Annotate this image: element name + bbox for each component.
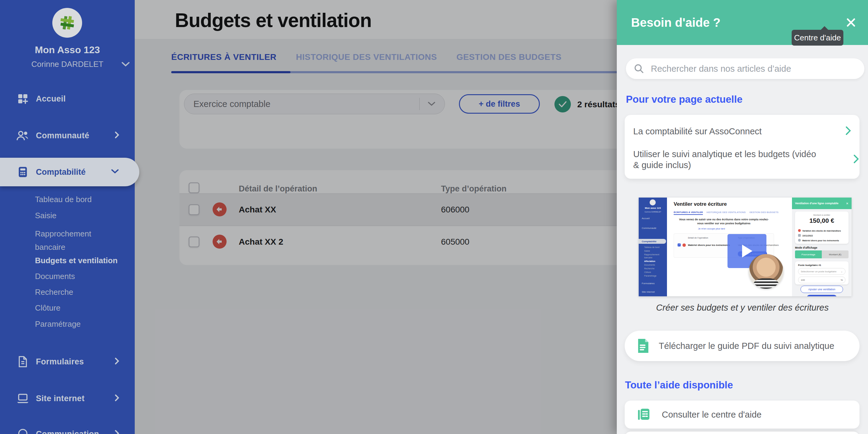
people-icon [16, 129, 30, 142]
help-links-card: La comptabilité sur AssoConnect Utiliser… [625, 115, 860, 179]
sidebar-item-label: Communauté [36, 131, 89, 140]
help-search-input[interactable] [651, 64, 857, 74]
video-mini-title: Ventiler votre écriture [674, 201, 727, 207]
sidebar-item-communication[interactable]: Communication [0, 425, 135, 434]
help-video-thumbnail[interactable]: Mon asso 123 Corinne DARDELET Accueil Co… [639, 198, 851, 296]
chat-icon [16, 427, 30, 434]
sidebar-item-formulaires[interactable]: Formulaires [0, 353, 135, 371]
sidebar-item-label: Formulaires [36, 357, 84, 367]
chevron-down-icon [111, 169, 119, 175]
help-center-icon [637, 407, 651, 422]
chevron-right-icon [845, 126, 851, 137]
sidebar-subitem-cloture[interactable]: Clôture [35, 303, 61, 313]
sidebar-subitem-tableau-de-bord[interactable]: Tableau de bord [35, 195, 92, 204]
help-link[interactable]: Utiliser le suivi analytique et les budg… [633, 148, 822, 171]
sidebar-subitem-documents[interactable]: Documents [35, 272, 75, 281]
close-help-panel-button[interactable] [842, 14, 860, 31]
user-name[interactable]: Corinne DARDELET [0, 60, 135, 69]
app-window: Mon Asso 123 Corinne DARDELET Accueil [0, 0, 868, 434]
help-link[interactable]: La comptabilité sur AssoConnect [633, 122, 841, 140]
section-heading-all-help: Toute l’aide disponible [625, 379, 733, 391]
sidebar-item-label: Accueil [36, 94, 66, 104]
chevron-right-icon [114, 394, 120, 403]
help-search[interactable] [626, 58, 864, 79]
video-mini-sidebar: Mon asso 123 Corinne DARDELET Accueil Co… [639, 198, 667, 296]
help-card-partial[interactable] [625, 432, 860, 434]
document-icon [16, 355, 30, 369]
user-chevron-down-icon[interactable] [121, 61, 130, 68]
sidebar-item-communaute[interactable]: Communauté [0, 127, 135, 145]
video-caption: Créer ses budgets et y ventiler des écri… [617, 303, 868, 313]
help-panel: Besoin d'aide ? Centre d'aide Pour votre… [617, 0, 868, 434]
video-mini-user: Corinne DARDELET [639, 211, 667, 213]
org-logo[interactable] [52, 8, 82, 38]
sidebar-item-label: Comptabilité [36, 167, 86, 177]
sidebar-item-label: Site internet [36, 394, 85, 403]
sidebar-subitem-recherche[interactable]: Recherche [35, 288, 73, 297]
sidebar-subitem-saisie[interactable]: Saisie [35, 211, 57, 220]
download-pdf-button[interactable]: Télécharger le guide PDF du suivi analyt… [625, 331, 860, 361]
assoconnect-logo-icon [58, 14, 76, 32]
sidebar-subitem-parametrage[interactable]: Paramétrage [35, 320, 81, 329]
video-mini-checkbox: ✓ [678, 243, 681, 246]
video-mini-close-icon: ✕ [846, 202, 848, 205]
pdf-file-icon [637, 338, 650, 354]
video-mini-link: Je m'en occupe plus tard [698, 227, 725, 230]
video-mini-mode-toggle: Pourcentage Montant (€) [795, 251, 848, 258]
chevron-right-icon [114, 357, 120, 367]
video-mini-debit-icon [682, 243, 686, 247]
sidebar: Mon Asso 123 Corinne DARDELET Accueil [0, 0, 135, 434]
video-mini-logo [650, 199, 656, 205]
laptop-icon [16, 392, 30, 405]
sidebar-item-accueil[interactable]: Accueil [0, 90, 135, 108]
chevron-right-icon [853, 154, 860, 165]
sidebar-item-comptabilite[interactable]: Comptabilité [0, 158, 139, 186]
help-panel-title: Besoin d'aide ? [631, 16, 720, 30]
search-icon [634, 64, 644, 74]
presenter-webcam [749, 254, 783, 289]
calculator-icon [16, 165, 30, 179]
chevron-right-icon [114, 131, 120, 140]
sidebar-subitem-budgets-et-ventilation[interactable]: Budgets et ventilation [35, 256, 118, 265]
video-mini-text: Vous venez de saisir une ou des écriture… [678, 218, 770, 225]
sidebar-item-site-internet[interactable]: Site internet [0, 389, 135, 407]
help-center-tooltip: Centre d'aide [792, 30, 843, 45]
org-name: Mon Asso 123 [0, 44, 135, 56]
section-heading-current-page: Pour votre page actuelle [626, 94, 742, 105]
video-mini-org: Mon asso 123 [639, 207, 667, 209]
sidebar-subitem-rapprochement-bancaire[interactable]: Rapprochement bancaire [35, 227, 108, 254]
chevron-right-icon [114, 429, 120, 434]
dashboard-icon [16, 92, 30, 106]
sidebar-item-label: Communication [36, 429, 99, 434]
video-mini-tabs: ÉCRITURES À VENTILER HISTORIQUE DES VENT… [674, 211, 779, 215]
help-center-button[interactable]: Consulter le centre d'aide [625, 401, 860, 429]
video-mini-panel: Ventilation d'une ligne comptable ✕ Mont… [792, 198, 851, 296]
